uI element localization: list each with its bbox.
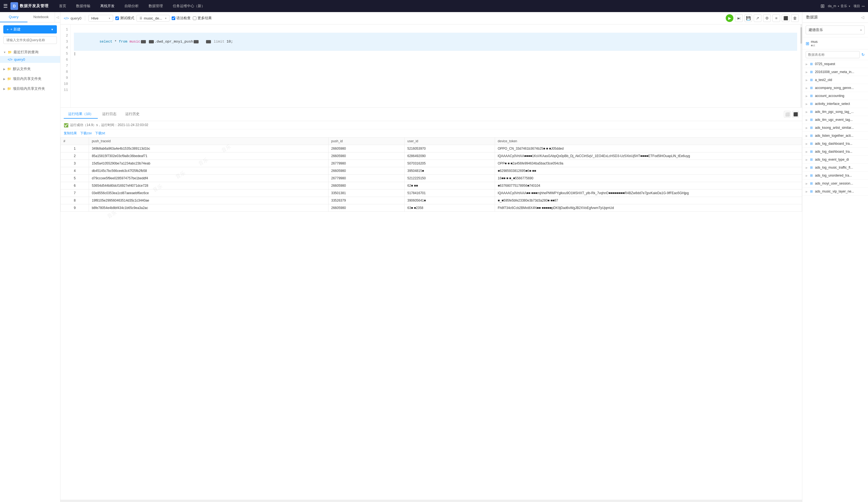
list-item[interactable]: ▶⊞account_accounting [802,92,868,100]
test-mode-checkbox[interactable]: 测试模式 [115,15,134,21]
tab-run-result[interactable]: 运行结果（10） [64,110,98,119]
list-item[interactable]: ▶⊞ads_music_vip_layer_ne... [802,188,868,196]
list-item[interactable]: ▶⊞20161008_user_meta_in... [802,68,868,76]
project-group-shared-header[interactable]: ▶ 📁 项目组内共享文件夹 [0,85,60,93]
table-cell: 5178416701 [404,189,495,197]
ds-refresh-icon[interactable]: ↻ [861,52,865,57]
sidebar-tree: ▼ 📁 最近打开的查询 </> query0 ▶ 📁 默认文件夹 ▶ [0,46,60,502]
editor-area: 12345 67891011 音乐音乐 音乐音乐 音乐音乐 select * f… [60,24,802,107]
user-area[interactable]: da_m ▪ 音乐 ▾ [828,4,850,9]
horizontal-scrollbar[interactable] [60,500,802,502]
table-name: ads_log_event_type_di [815,158,865,161]
nav-task-ops[interactable]: 任务运维中心（新） [168,0,210,12]
more-results-input[interactable] [193,17,196,20]
settings-button[interactable]: ⚙ [763,14,771,22]
project-shared-header[interactable]: ▶ 📁 项目内共享文件夹 [0,75,60,83]
table-name: ads_ksong_artist_similar... [815,126,865,129]
list-item[interactable]: ▶⊞ads_ksong_artist_similar... [802,124,868,132]
list-item[interactable]: ▶⊞ads_log_music_traffic_fl... [802,164,868,171]
new-dropdown-icon[interactable]: ▼ [51,28,54,31]
table-name: ads_itm_ugc_event_tag... [815,118,865,122]
sidebar-expand-icon[interactable]: ◁ [861,15,864,20]
nav-offline-dev[interactable]: 离线开发 [95,0,120,12]
nav-data-transfer[interactable]: 数据传输 [71,0,95,12]
logo-icon: D [10,2,18,10]
table-name: activity_interface_select [815,102,865,106]
table-cell: 6 [61,182,89,189]
table-expand-icon: ▶ [806,158,808,161]
format-button[interactable]: ≡ [772,14,780,22]
share-button[interactable]: ↗ [754,14,762,22]
table-name: ads_listen_together_acti... [815,134,865,138]
toolbar-divider1 [85,15,85,21]
recent-group-header[interactable]: ▼ 📁 最近打开的查询 [0,48,60,56]
maximize-panel-btn[interactable]: ⬛ [792,111,799,117]
table-expand-icon: ▶ [806,182,808,185]
nav-home[interactable]: 首页 [54,0,71,12]
list-item[interactable]: ▶⊞activity_interface_select [802,100,868,108]
list-item[interactable]: ▶⊞ads_log_unordered_tra... [802,171,868,180]
list-item[interactable]: ▶⊞ads_itm_pgc_song_tag_... [802,108,868,116]
run-button[interactable]: ▶ [726,14,733,22]
code-content[interactable]: 音乐音乐 音乐音乐 音乐音乐 select * from music .dwd_… [71,24,800,107]
ds-mus-sub: ■st [811,44,818,47]
tab-run-log[interactable]: 运行日志 [98,110,121,119]
query0-item[interactable]: </> query0 [0,56,60,63]
list-item[interactable]: ▶⊞ads_log_dashboard_tra... [802,148,868,156]
nav-data-mgmt[interactable]: 数据管理 [144,0,168,12]
tab-run-history[interactable]: 运行历史 [121,110,144,119]
sidebar-collapse-btn[interactable]: ◁ [55,12,60,22]
delete-button[interactable]: 🗑 [791,14,799,22]
table-cell: 9 [61,204,89,212]
menu-icon[interactable]: ☰ [3,3,8,9]
save-button[interactable]: 💾 [744,14,752,22]
list-item[interactable]: ▶⊞ads_log_dashboard_tra... [802,140,868,148]
list-item[interactable]: ▶⊞accompany_song_genre... [802,84,868,92]
project-area[interactable]: 项目 ▪▪▪ [854,4,865,9]
code-editor[interactable]: 12345 67891011 音乐音乐 音乐音乐 音乐音乐 select * f… [60,24,802,107]
test-mode-input[interactable] [115,17,119,20]
project-group-shared-group: ▶ 📁 项目组内共享文件夹 [0,84,60,94]
list-item[interactable]: ▶⊞0725_request [802,60,868,68]
top-nav: ☰ D 数据开发及管理 首页 数据传输 离线开发 自助分析 数据管理 任务运维中… [0,0,868,12]
table-cell: 3 [61,160,89,167]
table-expand-icon: ▶ [806,86,808,90]
sidebar-search-input[interactable] [3,36,57,44]
recent-group: ▼ 📁 最近打开的查询 </> query0 [0,47,60,64]
copy-result-btn[interactable]: 复制结果 [64,131,77,136]
stop-button[interactable]: ⬛ [782,14,789,22]
col-header-user-id: user_id [404,138,495,145]
tab-notebook[interactable]: Notebook [28,12,55,22]
step-run-button[interactable]: ▶| [735,14,743,22]
db-select[interactable]: ☰ music_de... ▾ [136,15,169,22]
more-results-checkbox[interactable]: 更多结果 [193,15,212,21]
fullscreen-icon[interactable]: ⊞ [820,3,825,9]
minimize-panel-btn[interactable]: ⬜ [784,111,790,117]
table-name: ads_moyi_user_session... [815,181,865,185]
tab-query[interactable]: Query [0,12,28,22]
table-expand-icon: ▶ [806,174,808,177]
download-csv-btn[interactable]: 下载csv [80,131,92,136]
list-item[interactable]: ▶⊞ads_itm_ugc_event_tag... [802,116,868,124]
grammar-check-input[interactable] [172,17,175,20]
list-item[interactable]: ▶⊞ads_listen_together_acti... [802,132,868,140]
result-area: 运行结果（10） 运行日志 运行历史 ⬜ ⬛ ✅ 运行成功（14.9）s，运行时… [60,107,802,502]
new-query-button[interactable]: + + 新建 ▼ [3,25,57,33]
nav-self-analysis[interactable]: 自助分析 [120,0,144,12]
ds-select-dropdown[interactable]: 建德音乐 ▾ [806,25,865,34]
table-name: accompany_song_genre... [815,86,865,90]
list-item[interactable]: ▶⊞ads_moyi_user_session... [802,180,868,188]
list-item[interactable]: ▶⊞a_test2_old [802,76,868,84]
ds-search-row: ⊞ mus ■st [802,37,868,50]
table-cell: 5212225150 [404,175,495,182]
table-cell: 26605980 [328,167,404,175]
code-line-9 [74,87,797,93]
default-folder-header[interactable]: ▶ 📁 默认文件夹 [0,65,60,73]
download-txt-btn[interactable]: 下载txt [95,131,105,136]
table-icon: ⊞ [810,62,813,66]
table-name: account_accounting [815,94,865,98]
grammar-check-checkbox[interactable]: 语法检查 [172,15,190,21]
list-item[interactable]: ▶⊞ads_log_event_type_di [802,156,868,164]
ds-table-search-input[interactable] [806,51,860,58]
hive-select[interactable]: Hive ▾ [89,15,113,22]
